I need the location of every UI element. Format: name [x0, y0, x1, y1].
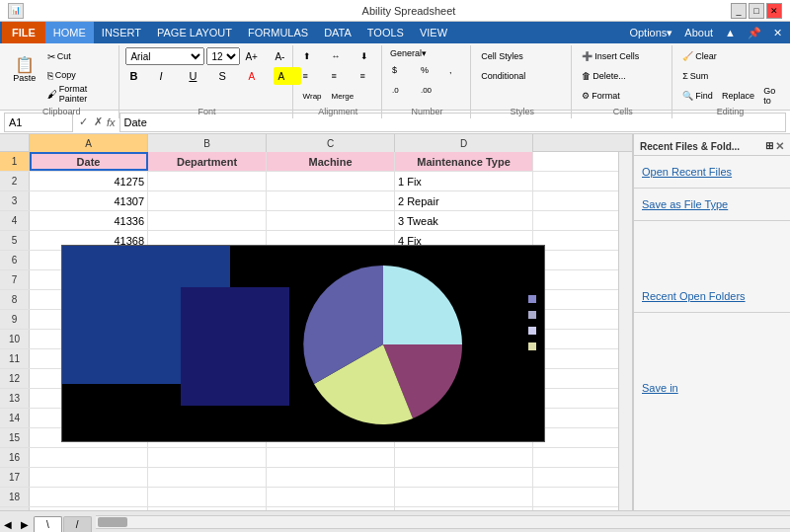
cut-button[interactable]: ✂ Cut	[43, 47, 116, 65]
cells-label: Cells	[574, 107, 672, 116]
save-as-file-type-link[interactable]: Save as File Type	[634, 192, 790, 216]
font-color-button[interactable]: A	[244, 67, 272, 85]
comma-btn[interactable]: ,	[445, 61, 473, 79]
about-label[interactable]: About	[678, 27, 719, 38]
underline-button[interactable]: U	[185, 67, 212, 85]
panel-undock-btn[interactable]: ⊞	[765, 140, 773, 153]
increase-font-btn[interactable]: A+	[242, 47, 270, 65]
cell-b3[interactable]	[148, 191, 267, 210]
clear-btn[interactable]: 🧹 Clear	[678, 47, 721, 65]
sheet-nav-left[interactable]: ◀	[0, 516, 16, 532]
bold-button[interactable]: B	[125, 67, 153, 85]
sum-btn[interactable]: Σ Sum	[678, 67, 712, 85]
cell-b2[interactable]	[148, 172, 267, 190]
format-icon: ⚙	[582, 91, 590, 101]
recent-open-folders-link[interactable]: Recent Open Folders	[634, 284, 790, 308]
cell-d1[interactable]: Maintenance Type	[395, 152, 533, 171]
col-header-b[interactable]: B	[148, 134, 267, 152]
align-bottom-btn[interactable]: ⬇	[356, 47, 384, 65]
row-num-3: 3	[0, 191, 30, 210]
vertical-scrollbar[interactable]	[618, 152, 632, 510]
cell-c3[interactable]	[267, 191, 395, 210]
horizontal-scrollbar[interactable]	[96, 515, 790, 529]
paste-button[interactable]: 📋 Paste	[8, 47, 41, 93]
merge-btn[interactable]: Merge	[328, 87, 358, 105]
font-name-select[interactable]: Arial	[125, 47, 204, 65]
col-header-a[interactable]: A	[30, 134, 148, 152]
number-format-btn[interactable]: General▾	[388, 47, 429, 59]
strikethrough-button[interactable]: S	[214, 67, 242, 85]
insert-cells-btn[interactable]: ➕ Insert Cells	[578, 47, 643, 65]
table-row: 3 41307 2 Repair	[0, 191, 632, 211]
close-button[interactable]: ✕	[766, 3, 782, 19]
delete-cells-btn[interactable]: 🗑 Delete...	[578, 67, 630, 85]
goto-btn[interactable]: Go to	[759, 87, 789, 105]
decrease-decimal-btn[interactable]: .0	[388, 81, 416, 99]
formulas-menu[interactable]: FORMULAS	[240, 22, 316, 43]
align-left-btn[interactable]: ≡	[299, 67, 327, 85]
panel-close-btn[interactable]: ✕	[767, 27, 788, 39]
row-num-18: 18	[0, 488, 30, 506]
cell-c2[interactable]	[267, 172, 395, 190]
cell-d3[interactable]: 2 Repair	[395, 191, 533, 210]
cell-b1[interactable]: Department	[148, 152, 267, 171]
styles-label: Styles	[473, 107, 571, 116]
minimize-button[interactable]: _	[731, 3, 747, 19]
alignment-label: Alignment	[295, 107, 381, 116]
panel-close-btn[interactable]: ✕	[775, 140, 784, 153]
italic-button[interactable]: I	[155, 67, 183, 85]
conditional-formatting-btn[interactable]: Conditional	[477, 67, 529, 85]
align-middle-btn[interactable]: ↔	[328, 47, 356, 65]
ribbon-pin-btn[interactable]: 📌	[742, 27, 767, 39]
styles-group: Cell Styles Conditional Styles	[473, 45, 572, 118]
cell-a2[interactable]: 41275	[30, 172, 148, 190]
chart-container[interactable]	[61, 245, 545, 442]
maximize-button[interactable]: □	[749, 3, 764, 19]
col-header-c[interactable]: C	[267, 134, 395, 152]
scrollbar-thumb	[98, 517, 127, 527]
ribbon-minimize-btn[interactable]: ▲	[719, 27, 742, 38]
align-top-btn[interactable]: ⬆	[299, 47, 327, 65]
cell-d2[interactable]: 1 Fix	[395, 172, 533, 190]
open-recent-files-link[interactable]: Open Recent Files	[634, 160, 790, 184]
cell-styles-btn[interactable]: Cell Styles	[477, 47, 527, 65]
row-num-10: 10	[0, 330, 30, 348]
cell-a1[interactable]: Date	[30, 152, 148, 171]
font-size-select[interactable]: 12	[206, 47, 240, 65]
options-label[interactable]: Options▾	[623, 27, 678, 39]
cell-a3[interactable]: 41307	[30, 191, 148, 210]
align-center-btn[interactable]: ≡	[328, 67, 356, 85]
cell-a4[interactable]: 41336	[30, 211, 148, 230]
col-header-d[interactable]: D	[395, 134, 533, 152]
insert-menu[interactable]: INSERT	[94, 22, 149, 43]
align-right-btn[interactable]: ≡	[356, 67, 384, 85]
page-layout-menu[interactable]: PAGE LAYOUT	[149, 22, 240, 43]
save-in-link[interactable]: Save in	[634, 376, 790, 400]
sheet-tab-2[interactable]: /	[63, 516, 92, 532]
window-controls: _ □ ✕	[731, 3, 782, 19]
increase-decimal-btn[interactable]: .00	[417, 81, 444, 99]
wrap-text-btn[interactable]: Wrap	[299, 87, 327, 105]
data-menu[interactable]: DATA	[316, 22, 359, 43]
cell-b4[interactable]	[148, 211, 267, 230]
cell-d4[interactable]: 3 Tweak	[395, 211, 533, 230]
app-title: Ability Spreadsheet	[87, 5, 731, 17]
view-menu[interactable]: VIEW	[412, 22, 455, 43]
find-btn[interactable]: 🔍 Find	[678, 87, 716, 105]
sheet-tab-1[interactable]: \	[34, 516, 62, 532]
currency-btn[interactable]: $	[388, 61, 416, 79]
tools-menu[interactable]: TOOLS	[359, 22, 412, 43]
format-btn[interactable]: ⚙ Format	[578, 87, 624, 105]
percent-btn[interactable]: %	[417, 61, 444, 79]
file-menu[interactable]: FILE	[2, 22, 45, 43]
table-row: 17	[0, 468, 632, 488]
replace-btn[interactable]: Replace	[718, 87, 757, 105]
cell-c4[interactable]	[267, 211, 395, 230]
home-menu[interactable]: HOME	[45, 22, 94, 43]
sheet-nav-right[interactable]: ▶	[17, 516, 33, 532]
legend-item-4	[528, 342, 536, 350]
cell-c1[interactable]: Machine	[267, 152, 395, 171]
format-painter-button[interactable]: 🖌 Format Painter	[43, 85, 116, 103]
menu-bar: FILE HOME INSERT PAGE LAYOUT FORMULAS DA…	[0, 22, 790, 43]
copy-button[interactable]: ⎘ Copy	[43, 66, 116, 84]
